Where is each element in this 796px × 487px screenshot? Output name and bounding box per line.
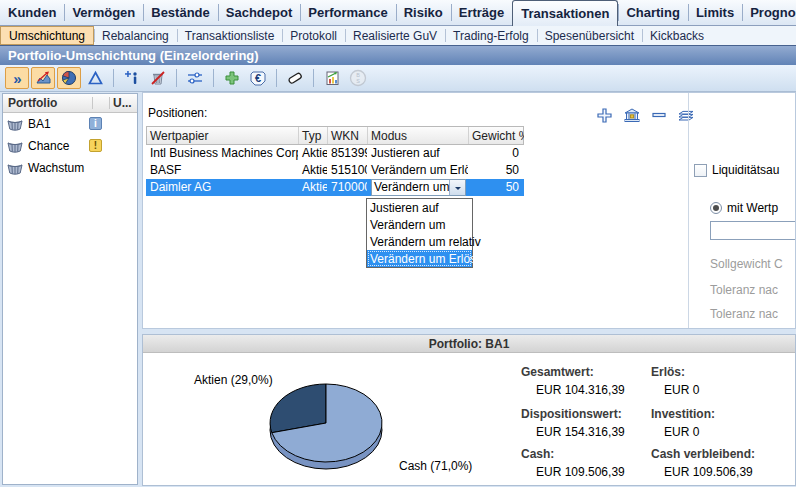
portfolio-list-item[interactable]: Chance ! [3,135,137,157]
report-icon [324,70,341,86]
portfolio-summary-panel: Portfolio: BA1 Aktien (29,0%) Cash (71,0… [142,334,796,486]
positions-table-header: Wertpapier Typ WKN Modus Gewicht % [146,126,524,145]
menu-tab[interactable]: Bestände [143,0,218,25]
cell-modus[interactable]: Justieren auf [367,145,468,162]
column-header-wkn[interactable]: WKN [328,127,368,144]
column-header-gewicht[interactable]: Gewicht % [469,127,524,144]
delta-button[interactable] [83,67,107,89]
menu-tab[interactable]: Sachdepot [218,0,300,25]
cell-gewicht[interactable]: 50 [468,162,523,179]
dropdown-option-label: Verändern um relativ [370,235,481,249]
positions-toolbar [595,106,695,124]
toleranz-down-label: Toleranz nac [710,307,778,321]
add-position-button[interactable] [595,106,614,124]
cell-wkn: 710000 [327,179,367,196]
table-row[interactable]: BASF Aktie 515100 Verändern um Erlös 50 [146,162,524,179]
toolbar: » [0,65,796,92]
wert-input[interactable] [710,221,796,240]
portfolio-list-header[interactable]: Portfolio U... [3,94,137,113]
column-separator [92,97,93,109]
sub-tab[interactable]: Transaktionsliste [177,26,283,45]
combobox-dropdown-button[interactable] [449,180,465,195]
order-stack-button[interactable] [676,106,695,124]
portfolio-list: BA1 i Chance ! [3,113,137,179]
mit-wert-radio[interactable] [710,202,722,214]
cash-value: EUR 109.506,39 [536,465,625,479]
status-badge: ! [89,139,102,152]
menu-tab[interactable]: Performance [300,0,395,25]
menu-tab[interactable]: Kunden [0,0,64,25]
bank-button[interactable] [622,106,641,124]
cell-modus[interactable]: Verändern um Erlös [367,162,468,179]
expand-double-chevron-button[interactable]: » [5,67,29,89]
portfolio-list-item[interactable]: BA1 i [3,113,137,135]
performance-chart-view-button[interactable] [31,67,55,89]
bs-disabled-button[interactable]: B S [346,67,370,89]
menu-tab-label: Sachdepot [226,5,292,20]
euro-button[interactable]: € [246,67,270,89]
gesamtwert-value: EUR 104.316,39 [536,383,625,397]
portfolio-column-header[interactable]: Portfolio [3,96,92,110]
sub-tab[interactable]: Protokoll [282,26,345,45]
report-button[interactable] [320,67,344,89]
menu-tab[interactable]: Erträge [451,0,513,25]
sub-tab[interactable]: Umschichtung [0,26,94,45]
gesamtwert-label: Gesamtwert: [521,365,594,379]
menu-tab-label: Transaktionen [521,6,609,21]
menu-tab-label: Prognose [750,5,796,20]
column-header-typ[interactable]: Typ [299,127,328,144]
sub-tab[interactable]: Spesenübersicht [537,26,642,45]
performance-chart-icon [35,70,52,86]
summary-header: Portfolio: BA1 [143,335,795,353]
cell-gewicht[interactable]: 0 [468,145,523,162]
remove-position-button[interactable] [649,106,668,124]
menu-tab[interactable]: Transaktionen [512,0,618,26]
pie-chart-view-button[interactable] [57,67,81,89]
column-header-wertpapier[interactable]: Wertpapier [147,127,299,144]
settings-sliders-button[interactable] [183,67,207,89]
add-button[interactable] [220,67,244,89]
menu-tab-label: Performance [308,5,387,20]
toolbar-separator [313,69,314,87]
menu-tab[interactable]: Risiko [396,0,451,25]
table-row[interactable]: Intl Business Machines Corp. Aktie 85139… [146,145,524,162]
table-row-selected[interactable]: Daimler AG Aktie 710000 Verändern um Er … [146,179,524,196]
eraser-button[interactable] [283,67,307,89]
menu-tab[interactable]: Charting [618,0,687,25]
toolbar-separator [276,69,277,87]
investition-value: EUR 0 [664,425,699,439]
basket-icon [6,161,24,175]
add-info-button[interactable] [120,67,144,89]
menu-tab[interactable]: Vermögen [64,0,143,25]
positions-label: Positionen: [148,106,207,120]
sub-tab-label: Realisierte GuV [353,29,437,43]
liquiditaetsausgleich-checkbox[interactable] [694,164,707,177]
pie-label-aktien: Aktien (29,0%) [194,373,273,387]
sub-tab[interactable]: Kickbacks [642,26,712,45]
portfolio-list-item[interactable]: Wachstum [3,157,137,179]
cell-gewicht[interactable]: 50 [468,179,523,196]
dispositionswert-label: Dispositionswert: [521,407,622,421]
double-chevron-icon: » [13,71,20,86]
sub-tab[interactable]: Realisierte GuV [345,26,445,45]
modus-combobox[interactable]: Verändern um Er [371,179,466,196]
menu-tab[interactable]: Prognose [742,0,796,25]
column-header-modus[interactable]: Modus [368,127,469,144]
u-column-header[interactable]: U... [110,96,137,110]
sub-tab[interactable]: Rebalancing [94,26,177,45]
sub-tab[interactable]: Trading-Erfolg [445,26,537,45]
portfolio-reallocation-app: { "menu_tabs": [ {"label":"Kunden"}, {"l… [0,0,796,487]
dropdown-option[interactable]: Justieren auf [367,199,472,216]
cell-typ: Aktie [298,162,327,179]
dropdown-option[interactable]: Verändern um Erlös [367,250,472,267]
cell-wertpapier: Daimler AG [146,179,298,196]
delete-disabled-button[interactable] [146,67,170,89]
modus-combobox-value[interactable]: Verändern um Er [372,180,449,195]
menu-tab[interactable]: Limits [688,0,742,25]
dropdown-option-label: Justieren auf [370,201,439,215]
dropdown-option[interactable]: Verändern um relativ [367,233,472,250]
dropdown-option-label: Verändern um Erlös [370,252,476,266]
page-title-text: Portfolio-Umschichtung (Einzelordering) [8,48,259,63]
add-icon [596,107,613,124]
dropdown-option[interactable]: Verändern um [367,216,472,233]
